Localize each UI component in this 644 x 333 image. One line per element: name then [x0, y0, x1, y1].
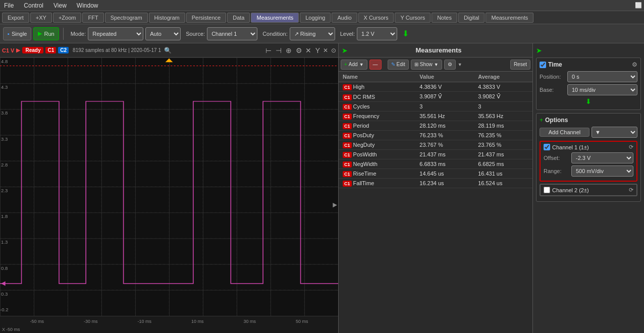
tab-logging[interactable]: Logging: [300, 13, 331, 23]
settings-button[interactable]: ⚙: [444, 60, 456, 70]
add-channel-select[interactable]: ▼: [592, 127, 637, 138]
tab-measurements[interactable]: Measurements: [251, 13, 299, 23]
table-row: C1 RiseTime 14.645 us 16.431 us: [339, 169, 532, 179]
add-channel-button[interactable]: Add Channel: [540, 128, 589, 137]
tab-zoom[interactable]: +Zoom: [53, 13, 82, 23]
tab-digital[interactable]: Digital: [458, 13, 485, 23]
measurement-name: RiseTime: [353, 171, 377, 177]
meas-arrow-icon[interactable]: ➤: [342, 46, 348, 54]
measurement-value: 3: [415, 102, 474, 112]
scope-settings-icon[interactable]: ⚙: [296, 46, 302, 54]
tab-histogram[interactable]: Histogram: [149, 13, 185, 23]
position-select[interactable]: 0 s: [567, 71, 637, 82]
measurement-average: 3: [474, 102, 532, 112]
x-label-3: -10 ms: [137, 319, 151, 324]
channel2-checkbox[interactable]: [544, 187, 550, 193]
tab-x-cursors[interactable]: X Cursors: [358, 13, 394, 23]
options-section-header: + Options: [540, 117, 637, 124]
ch2-badge[interactable]: C2: [58, 47, 69, 53]
channel2-box: Channel 2 (2±) ⟳: [540, 184, 637, 196]
svg-text:3.3: 3.3: [1, 137, 8, 141]
scope-close-icon[interactable]: ✕: [305, 46, 311, 54]
position-label: Position:: [540, 74, 567, 80]
table-row: C1 High 4.3836 V 4.3833 V: [339, 82, 532, 92]
ch1-arrow[interactable]: ▶: [16, 47, 20, 53]
table-row: C1 FallTime 16.234 us 16.524 us: [339, 179, 532, 188]
run-button[interactable]: ▶ Run: [33, 27, 59, 40]
tab-persistence[interactable]: Persistence: [186, 13, 226, 23]
meas-header: ➤ Measurements: [339, 43, 532, 58]
ch-indicator: C1: [343, 171, 352, 177]
range-select[interactable]: 500 mV/div: [571, 165, 633, 177]
scope-dot-icon: ⊙: [331, 47, 336, 54]
time-gear-icon[interactable]: ⚙: [632, 61, 637, 68]
menu-file[interactable]: File: [2, 1, 16, 10]
tab-fft[interactable]: FFT: [82, 13, 103, 23]
svg-text:4.8: 4.8: [1, 60, 8, 64]
base-select[interactable]: 10 ms/div: [567, 84, 637, 95]
offset-row: Offset: -2.3 V: [544, 152, 633, 163]
time-checkbox[interactable]: [540, 62, 546, 68]
channel1-reset-icon[interactable]: ⟳: [629, 144, 633, 150]
channel2-row: Channel 2 (2±) ⟳: [544, 187, 633, 193]
time-section-header: Time ⚙: [540, 61, 637, 68]
measurement-value: 6.6833 ms: [415, 159, 474, 169]
mode-select[interactable]: Repeated: [88, 27, 143, 40]
range-label: Range:: [544, 168, 571, 174]
tab-measurements2[interactable]: Measurements: [486, 13, 533, 23]
scope-search-icon[interactable]: 🔍: [164, 47, 172, 54]
channel1-checkbox[interactable]: [544, 144, 550, 150]
add-button[interactable]: + Add ▼: [341, 60, 367, 70]
tab-audio[interactable]: Audio: [332, 13, 357, 23]
show-icon: ⊞: [414, 62, 418, 67]
channel2-reset-icon[interactable]: ⟳: [629, 187, 633, 193]
meas-table: Name Value Average C1 High 4.3836 V 4.38…: [339, 72, 532, 333]
menu-bar: File Control View Window ⬜: [0, 0, 644, 11]
edit-button[interactable]: ✎ Edit: [388, 60, 409, 70]
single-button[interactable]: ▪ Single: [3, 27, 31, 40]
ch-indicator: C1: [343, 181, 352, 187]
condition-select[interactable]: ↗ Rising: [290, 27, 335, 40]
tab-notes[interactable]: Notes: [432, 13, 457, 23]
menu-view[interactable]: View: [51, 1, 69, 10]
window-maximize-icon[interactable]: ⬜: [635, 2, 642, 9]
tab-xy[interactable]: +XY: [30, 13, 52, 23]
scope-canvas[interactable]: 4.8 4.3 3.8 3.3 2.8 2.3 1.8 1.3 0.8 0.3 …: [0, 58, 338, 316]
tab-y-cursors[interactable]: Y Cursors: [395, 13, 431, 23]
ch1-badge[interactable]: C1: [45, 47, 56, 53]
measurement-average: 4.3833 V: [474, 82, 532, 92]
svg-text:0.8: 0.8: [1, 266, 8, 270]
ch-indicator: C1: [343, 133, 352, 139]
settings-dropdown: ▼: [458, 62, 462, 67]
table-row: C1 NegWidth 6.6833 ms 6.6825 ms: [339, 159, 532, 169]
scope-x-icon[interactable]: ✕: [323, 47, 328, 54]
level-select[interactable]: 1.2 V: [357, 27, 397, 40]
time-down-arrow-icon[interactable]: ⬇: [540, 97, 637, 105]
auto-select[interactable]: Auto: [145, 27, 181, 40]
top-toolbar: Export +XY +Zoom FFT Spectrogram Histogr…: [0, 11, 644, 24]
menu-window[interactable]: Window: [75, 1, 100, 10]
main-content: C1 V ▶ Ready C1 C2 8192 samples at 80 kH…: [0, 43, 644, 333]
tab-spectrogram[interactable]: Spectrogram: [105, 13, 148, 23]
ch-indicator: C1: [343, 104, 352, 110]
remove-button[interactable]: —: [369, 60, 382, 70]
ch-indicator: C1: [343, 123, 352, 129]
offset-select[interactable]: -2.3 V: [571, 152, 633, 163]
tab-export[interactable]: Export: [2, 13, 29, 23]
measurement-value: 14.645 us: [415, 169, 474, 179]
scope-icon2[interactable]: ⊣: [276, 46, 282, 54]
source-select[interactable]: Channel 1: [207, 27, 257, 40]
ch-indicator: C1: [343, 142, 352, 148]
table-row: C1 PosDuty 76.233 % 76.235 %: [339, 131, 532, 140]
show-button[interactable]: ⊞ Show ▼: [411, 60, 442, 70]
menu-control[interactable]: Control: [22, 1, 45, 10]
meas-title: Measurements: [348, 46, 529, 54]
right-panel-arrow-icon[interactable]: ➤: [536, 46, 542, 54]
channel2-name: Channel 2 (2±): [552, 187, 627, 193]
scope-zoom-icon[interactable]: ⊕: [286, 46, 292, 54]
scope-icon1[interactable]: ⊢: [265, 46, 272, 54]
col-name-header: Name: [339, 72, 415, 82]
reset-button[interactable]: Reset: [510, 60, 530, 70]
x-label-6: 50 ms: [296, 319, 308, 324]
tab-data[interactable]: Data: [227, 13, 250, 23]
